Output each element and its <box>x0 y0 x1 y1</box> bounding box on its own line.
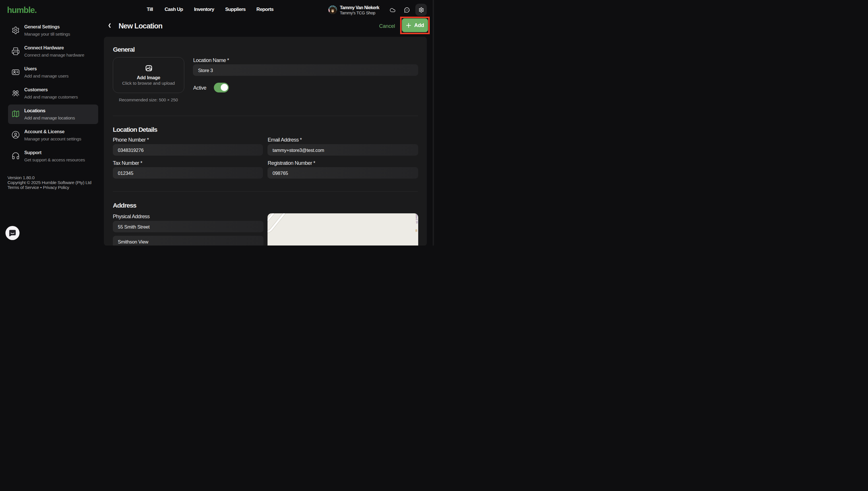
svg-text:zi Ward 36: zi Ward 36 <box>415 213 418 224</box>
svg-text:B: B <box>416 229 418 232</box>
